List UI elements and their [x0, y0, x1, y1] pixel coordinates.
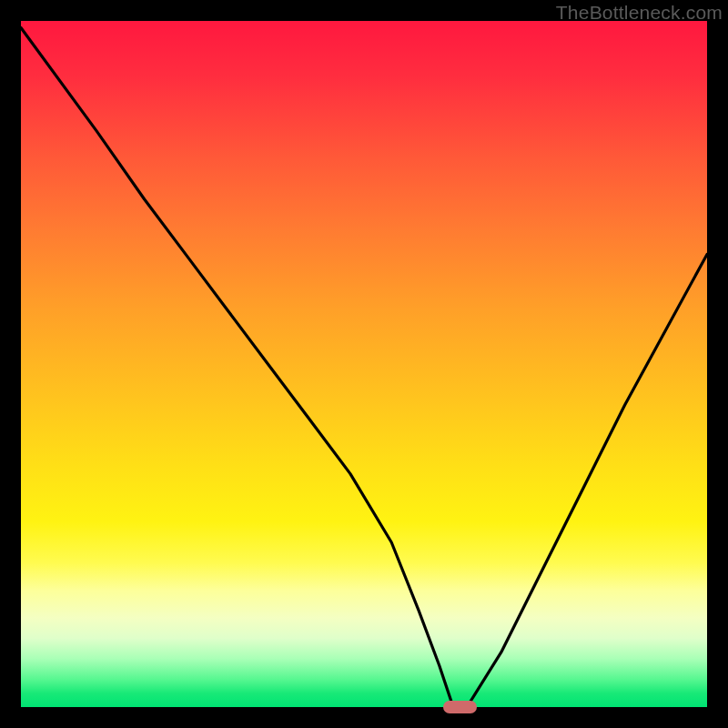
optimal-point-marker	[443, 701, 478, 713]
chart-frame: TheBottleneck.com	[0, 0, 728, 728]
plot-area	[21, 21, 707, 707]
bottleneck-curve	[21, 21, 707, 707]
watermark-text: TheBottleneck.com	[556, 2, 723, 24]
